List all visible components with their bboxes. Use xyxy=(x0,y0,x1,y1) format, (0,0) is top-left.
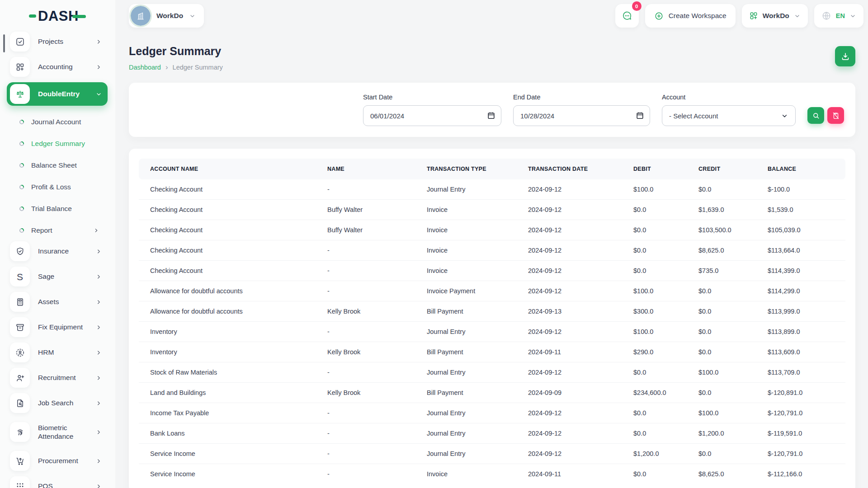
table-cell: $8,625.0 xyxy=(687,240,756,261)
reset-filter-button[interactable] xyxy=(827,107,844,124)
table-row: Checking Account-Invoice2024-09-12$0.0$7… xyxy=(139,261,845,281)
grid-plus-icon xyxy=(749,11,758,20)
table-cell: Land and Buildings xyxy=(139,383,316,403)
chevron-right-icon xyxy=(95,349,102,356)
sidebar-subitem-profit-loss[interactable]: Profit & Loss xyxy=(7,176,108,198)
insurance-icon xyxy=(10,241,30,261)
table-cell: Journal Entry xyxy=(415,179,517,200)
table-cell: Journal Entry xyxy=(415,362,517,383)
sidebar-item-label: Accounting xyxy=(38,62,95,71)
table-cell: Allowance for doubtful accounts xyxy=(139,281,316,301)
account-label: Account xyxy=(662,94,796,101)
sidebar-item-projects[interactable]: Projects xyxy=(7,32,108,52)
app-menu-button[interactable]: WorkDo xyxy=(742,4,808,28)
job-search-icon xyxy=(10,393,30,413)
sidebar-subitem-trial-balance[interactable]: Trial Balance xyxy=(7,198,108,220)
column-header-debit: DEBIT xyxy=(622,159,687,179)
table-cell: 2024-09-12 xyxy=(517,220,622,240)
sidebar-item-doubleentry[interactable]: DoubleEntry xyxy=(7,82,108,106)
chevron-right-icon xyxy=(95,248,102,255)
table-row: Checking AccountBuffy WalterInvoice2024-… xyxy=(139,220,845,240)
table-cell: $113,999.0 xyxy=(756,301,845,322)
sidebar-subitem-ledger-summary[interactable]: Ledger Summary xyxy=(7,133,108,155)
chevron-down-icon xyxy=(95,91,102,98)
account-select[interactable]: - Select Account xyxy=(662,105,796,126)
table-cell: $735.0 xyxy=(687,261,756,281)
sidebar-subitem-label: Journal Account xyxy=(31,118,108,126)
table-cell: - xyxy=(316,179,415,200)
chevron-down-icon xyxy=(794,13,801,19)
column-header-transaction-date: TRANSACTION DATE xyxy=(517,159,622,179)
chevron-right-icon xyxy=(95,324,102,331)
download-button[interactable] xyxy=(835,46,855,66)
breadcrumb-dashboard-link[interactable]: Dashboard xyxy=(129,64,161,71)
sidebar-item-accounting[interactable]: Accounting xyxy=(7,57,108,77)
table-cell: $100.0 xyxy=(622,179,687,200)
sidebar-subitem-balance-sheet[interactable]: Balance Sheet xyxy=(7,155,108,176)
filter-actions xyxy=(807,107,844,124)
main-column: WorkDo 0 Create Workspace xyxy=(115,0,868,488)
table-cell: Invoice xyxy=(415,261,517,281)
table-cell: $8,625.0 xyxy=(687,464,756,484)
sidebar-subitem-report[interactable]: Report xyxy=(7,220,108,241)
sidebar-item-recruitment[interactable]: Recruitment xyxy=(7,368,108,388)
app-logo[interactable]: DASH xyxy=(0,0,115,32)
table-cell: 2024-09-11 xyxy=(517,464,622,484)
table-cell: Bill Payment xyxy=(415,342,517,362)
sidebar-scrollbar[interactable] xyxy=(3,34,5,52)
table-cell: $0.0 xyxy=(622,464,687,484)
workspace-selector[interactable]: WorkDo xyxy=(129,4,204,28)
table-row: Bank Loans-Journal Entry2024-09-12$0.0$1… xyxy=(139,423,845,444)
table-cell: $0.0 xyxy=(687,301,756,322)
table-cell: 2024-09-13 xyxy=(517,301,622,322)
sidebar-item-procurement[interactable]: Procurement xyxy=(7,451,108,471)
table-cell: 2024-09-12 xyxy=(517,444,622,464)
sidebar-item-pos[interactable]: POS xyxy=(7,476,108,488)
sidebar-item-assets[interactable]: Assets xyxy=(7,292,108,312)
chevron-right-icon xyxy=(95,400,102,407)
chevron-right-icon xyxy=(95,375,102,381)
sidebar-item-job-search[interactable]: Job Search xyxy=(7,393,108,413)
table-row: Service Income-Invoice2024-09-11$0.0$8,6… xyxy=(139,464,845,484)
chevron-right-icon xyxy=(95,483,102,488)
page-title: Ledger Summary xyxy=(129,44,223,58)
sidebar-item-label: Fix Equipment xyxy=(38,323,95,331)
table-cell: Journal Entry xyxy=(415,322,517,342)
topbar: WorkDo 0 Create Workspace xyxy=(115,0,868,32)
table-cell: - xyxy=(316,261,415,281)
language-selector[interactable]: EN xyxy=(814,4,863,28)
page-content: Ledger Summary Dashboard › Ledger Summar… xyxy=(115,32,868,488)
table-cell: Invoice xyxy=(415,240,517,261)
table-cell: - xyxy=(316,362,415,383)
create-workspace-button[interactable]: Create Workspace xyxy=(645,4,736,28)
table-cell: Bank Loans xyxy=(139,423,316,444)
table-cell: Checking Account xyxy=(139,261,316,281)
start-date-input[interactable] xyxy=(363,105,501,126)
assets-icon xyxy=(10,292,30,312)
messages-button[interactable]: 0 xyxy=(615,4,639,28)
sidebar-item-sage[interactable]: SSage xyxy=(7,267,108,286)
sidebar-subitem-label: Trial Balance xyxy=(31,205,108,213)
table-head: ACCOUNT NAMENAMETRANSACTION TYPETRANSACT… xyxy=(139,159,845,179)
column-header-balance: BALANCE xyxy=(756,159,845,179)
end-date-input[interactable] xyxy=(513,105,650,126)
bullet-icon xyxy=(19,228,24,233)
table-cell: $300.0 xyxy=(622,301,687,322)
table-cell: Kelly Brook xyxy=(316,383,415,403)
sidebar-item-biometric-attendance[interactable]: Biometric Attendance xyxy=(7,418,108,446)
sidebar-item-label: Sage xyxy=(38,272,95,281)
table-cell: $100.0 xyxy=(687,403,756,423)
sidebar-item-insurance[interactable]: Insurance xyxy=(7,241,108,261)
page-header: Ledger Summary Dashboard › Ledger Summar… xyxy=(129,44,855,71)
sidebar-subitem-journal-account[interactable]: Journal Account xyxy=(7,111,108,133)
table-cell: Journal Entry xyxy=(415,403,517,423)
sidebar-item-hrm[interactable]: HRM xyxy=(7,343,108,362)
procurement-icon xyxy=(10,451,30,471)
search-icon xyxy=(812,112,820,120)
apply-filter-button[interactable] xyxy=(807,107,824,124)
sidebar-item-fix-equipment[interactable]: Fix Equipment xyxy=(7,317,108,337)
breadcrumb: Dashboard › Ledger Summary xyxy=(129,64,223,71)
table-row: InventoryKelly BrookBill Payment2024-09-… xyxy=(139,342,845,362)
table-cell: $-120,891.0 xyxy=(756,383,845,403)
start-date-field: Start Date xyxy=(363,94,501,126)
